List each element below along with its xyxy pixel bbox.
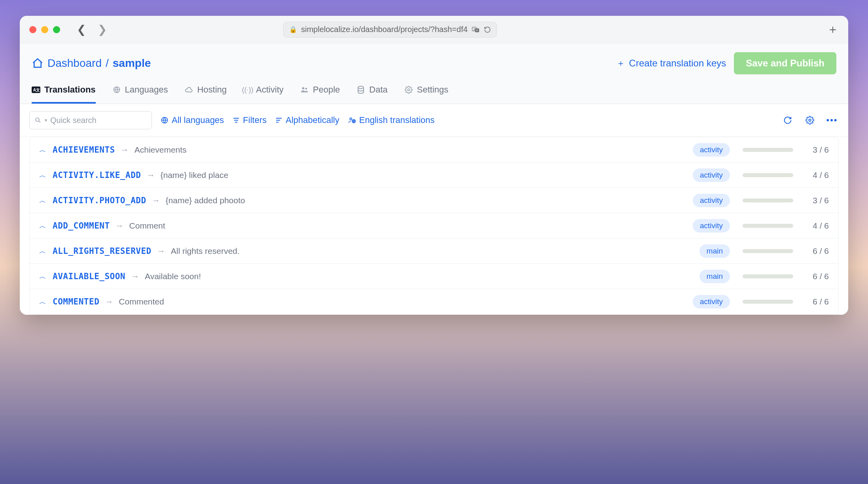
preview-language[interactable]: English translations [348,115,435,125]
create-keys-button[interactable]: ＋ Create translation keys [616,57,726,69]
globe-icon [112,85,121,94]
svg-point-10 [407,89,409,91]
translation-preview: All rights reserved. [171,246,694,256]
arrow-icon: → [116,221,124,231]
svg-point-20 [350,118,352,120]
translations-icon: A文 [32,85,40,94]
progress-bar [743,274,793,278]
progress-bar [743,249,793,253]
create-keys-label: Create translation keys [629,58,726,69]
tab-label: Hosting [197,85,227,95]
window-zoom[interactable] [53,26,60,33]
chevron-up-icon: ︿ [39,221,47,231]
home-icon[interactable] [32,57,44,69]
more-button[interactable]: ••• [825,113,839,127]
progress-count: 3 / 6 [805,145,829,155]
nav-arrows: ❮ ❯ [77,23,107,36]
translate-icon[interactable]: 文A [472,26,480,33]
svg-line-12 [39,121,40,123]
plus-icon: ＋ [616,57,625,69]
svg-point-9 [358,86,364,89]
activity-icon: ((·)) [243,85,252,94]
chevron-up-icon: ︿ [39,246,47,256]
window-close[interactable] [29,26,36,33]
namespace-tag[interactable]: activity [693,219,730,233]
tab-languages[interactable]: Languages [112,85,168,104]
chevron-up-icon: ︿ [39,297,47,306]
database-icon [356,85,365,94]
translation-preview: {name} liked place [160,170,687,180]
search-input[interactable] [50,116,150,125]
tab-hosting[interactable]: Hosting [184,85,227,104]
translation-row[interactable]: ︿COMMENTED→Commentedactivity6 / 6 [30,289,838,314]
translation-row[interactable]: ︿ACTIVITY.PHOTO_ADD→{name} added phootoa… [30,188,838,213]
namespace-tag[interactable]: main [699,244,730,258]
translation-key[interactable]: ACTIVITY.LIKE_ADD [53,170,141,180]
search-icon [34,117,42,124]
filter-languages[interactable]: All languages [161,115,224,125]
translation-row[interactable]: ︿ALL_RIGHTS_RESERVED→All rights reserved… [30,238,838,264]
translation-preview: Achievements [135,145,687,155]
header-row: Dashboard / sample ＋ Create translation … [20,43,848,74]
tab-data[interactable]: Data [356,85,387,104]
translation-key[interactable]: ALL_RIGHTS_RESERVED [53,246,152,256]
progress-bar [743,173,793,177]
progress-bar [743,300,793,304]
forward-button[interactable]: ❯ [98,23,107,36]
tab-label: Activity [256,85,284,95]
tab-translations[interactable]: A文 Translations [32,85,96,104]
translation-rows: ︿ACHIEVEMENTS→Achievementsactivity3 / 6︿… [29,137,839,315]
tabs: A文 Translations Languages Hosting ((·)) … [20,74,848,104]
back-button[interactable]: ❮ [77,23,86,36]
progress-count: 3 / 6 [805,196,829,205]
sort-icon [275,117,282,124]
translation-key[interactable]: ACTIVITY.PHOTO_ADD [53,196,146,205]
tab-people[interactable]: People [300,85,340,104]
translation-row[interactable]: ︿ADD_COMMENT→Commentactivity4 / 6 [30,213,838,238]
filters-button[interactable]: Filters [233,115,267,125]
new-tab-button[interactable]: ＋ [827,21,839,38]
refresh-button[interactable] [781,113,794,127]
cloud-icon [184,85,193,94]
svg-point-22 [809,119,811,121]
url-text: simplelocalize.io/dashboard/projects/?ha… [301,25,468,34]
chevron-down-icon: ▾ [45,117,47,123]
translation-row[interactable]: ︿AVAILABLE_SOON→Available soon!main6 / 6 [30,264,838,289]
progress-bar [743,199,793,202]
translation-key[interactable]: COMMENTED [53,297,99,306]
save-publish-button[interactable]: Save and Publish [734,52,836,74]
namespace-tag[interactable]: activity [693,168,730,182]
translation-key[interactable]: AVAILABLE_SOON [53,272,125,281]
chevron-up-icon: ︿ [39,196,47,205]
translation-row[interactable]: ︿ACHIEVEMENTS→Achievementsactivity3 / 6 [30,137,838,163]
tab-label: Settings [417,85,449,95]
progress-bar [743,224,793,228]
sort-button[interactable]: Alphabetically [275,115,339,125]
namespace-tag[interactable]: main [699,270,730,283]
translation-key[interactable]: ADD_COMMENT [53,221,110,231]
reload-icon[interactable] [484,26,491,33]
translation-preview: Comment [129,221,687,231]
arrow-icon: → [146,170,155,180]
url-bar[interactable]: 🔒 simplelocalize.io/dashboard/projects/?… [283,22,497,38]
namespace-tag[interactable]: activity [693,143,730,157]
tab-activity[interactable]: ((·)) Activity [243,85,284,104]
namespace-tag[interactable]: activity [693,295,730,308]
globe-icon [161,116,169,124]
translation-key[interactable]: ACHIEVEMENTS [53,145,115,155]
settings-button[interactable] [803,113,817,127]
breadcrumb-root[interactable]: Dashboard [47,57,102,70]
progress-count: 6 / 6 [805,246,829,256]
svg-point-7 [302,87,304,90]
filter-icon [233,117,240,124]
tab-settings[interactable]: Settings [404,85,449,104]
namespace-tag[interactable]: activity [693,194,730,207]
arrow-icon: → [152,196,160,205]
translation-row[interactable]: ︿ACTIVITY.LIKE_ADD→{name} liked placeact… [30,163,838,188]
svg-text:A: A [476,29,478,32]
quick-search[interactable]: ▾ [29,111,152,129]
app-content: Dashboard / sample ＋ Create translation … [20,43,848,315]
gear-icon [404,85,413,94]
window-minimize[interactable] [41,26,48,33]
breadcrumb-project[interactable]: sample [113,57,151,70]
